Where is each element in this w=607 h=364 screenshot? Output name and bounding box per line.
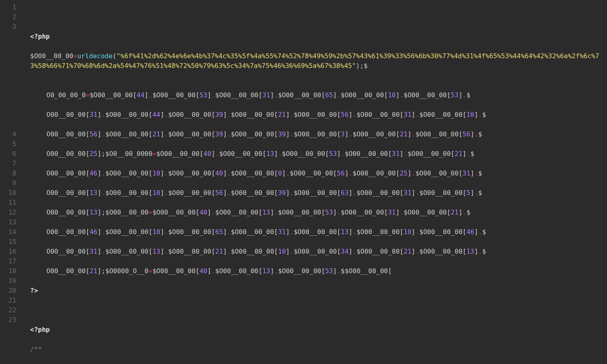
variable: $O00__00_00 — [156, 150, 200, 158]
code-line-wrap[interactable]: O00__00_00[46].$O00__00_00[10].$O00__00_… — [30, 227, 607, 237]
line-number-gutter: 1 2 3 4 5 6 7 8 9 10 11 12 13 14 15 16 1… — [0, 2, 24, 364]
code-line[interactable]: /** — [30, 344, 607, 354]
variable: $O00__00_00[ — [345, 267, 392, 275]
code-line-wrap[interactable]: O00__00_00[25];$O0__00_0000=$O00__00_00[… — [30, 149, 607, 159]
semicolon: ; — [101, 208, 106, 216]
line-number: 17 — [0, 257, 16, 266]
variable: O00__00_00 — [46, 189, 86, 197]
line-number: 20 — [0, 286, 16, 296]
variable: O00__00_00 — [46, 248, 86, 255]
line-number: 22 — [0, 305, 16, 315]
php-close-tag: ?> — [30, 287, 38, 294]
paren-close: ) — [356, 62, 360, 70]
doc-comment: /** — [30, 345, 42, 353]
idx-chain: [13].$O00__00_00[10].$O00__00_00[56].$O0… — [86, 189, 482, 197]
php-open-tag: <?php — [30, 33, 50, 40]
line-number: 14 — [0, 227, 16, 237]
line-number: 9 — [0, 178, 16, 188]
variable: $O00__00_00 — [152, 267, 196, 275]
idx-chain: [46].$O00__00_00[10].$O00__00_00[65].$O0… — [86, 228, 486, 236]
line-number: 7 — [0, 159, 16, 169]
code-line[interactable]: $O00__00_00=urldecode("%6f%41%2d%62%4e%6… — [30, 51, 607, 71]
code-line[interactable]: <?php — [30, 325, 607, 335]
variable: $O00__00_00 — [106, 208, 149, 216]
variable: O00__00_00 — [46, 208, 86, 216]
code-line-wrap[interactable]: O00__00_00[56].$O00__00_00[21].$O00__00_… — [30, 129, 607, 139]
line-number-wrap-spacer — [0, 32, 16, 129]
code-line-wrap[interactable]: O00__00_00[31].$O00__00_00[13].$O00__00_… — [30, 247, 607, 257]
variable: $O00__00_00 — [30, 52, 73, 60]
line-number: 19 — [0, 276, 16, 286]
line-number: 13 — [0, 217, 16, 227]
code-area[interactable]: <?php $O00__00_00=urldecode("%6f%41%2d%6… — [24, 2, 607, 364]
idx-chain: [25] — [86, 150, 101, 158]
variable: O00__00_00 — [46, 267, 86, 275]
idx-chain: [44].$O00__00_00[53].$O00__00_00[31].$O0… — [133, 91, 471, 99]
assign-op: = — [86, 91, 90, 99]
line-number: 11 — [0, 198, 16, 208]
idx-chain: [13] — [86, 208, 101, 216]
idx-chain: [40].$O00__00_00[13].$O00__00_00[53].$O0… — [196, 208, 470, 216]
variable: $O00__00_00 — [152, 208, 196, 216]
code-editor: 1 2 3 4 5 6 7 8 9 10 11 12 13 14 15 16 1… — [0, 0, 607, 364]
line-number: 1 — [0, 2, 16, 12]
variable: O0_00_00_0 — [46, 91, 86, 99]
line-number: 18 — [0, 266, 16, 276]
line-number: 3 — [0, 22, 16, 32]
semicolon: ; — [101, 150, 106, 158]
assign-op: = — [148, 208, 152, 216]
code-line[interactable] — [30, 305, 607, 315]
semicolon: ; — [360, 62, 364, 70]
code-line[interactable]: <?php — [30, 32, 607, 42]
variable: O00__00_00 — [46, 111, 86, 118]
idx-chain: [31].$O00__00_00[44].$O00__00_00[39].$O0… — [86, 111, 486, 118]
line-number: 10 — [0, 188, 16, 198]
code-line-wrap[interactable]: O00__00_00[13].$O00__00_00[10].$O00__00_… — [30, 188, 607, 198]
variable: $O0000_O__0 — [106, 267, 149, 275]
line-number: 15 — [0, 237, 16, 247]
code-line[interactable]: ?> — [30, 286, 607, 296]
line-number: 23 — [0, 315, 16, 325]
variable: O00__00_00 — [46, 228, 86, 236]
code-line-wrap[interactable]: O0_00_00_0=$O00__00_00[44].$O00__00_00[5… — [30, 90, 607, 100]
function-call: urldecode — [77, 52, 113, 60]
variable: O00__00_00 — [46, 130, 86, 138]
idx-chain: [31].$O00__00_00[13].$O00__00_00[21].$O0… — [86, 248, 486, 255]
line-number: 8 — [0, 169, 16, 178]
idx-chain: [40].$O00__00_00[13].$O00__00_00[53].$ — [196, 267, 345, 275]
variable-cont: $ — [364, 62, 368, 70]
idx-chain: [56].$O00__00_00[21].$O00__00_00[39].$O0… — [86, 130, 482, 138]
code-line[interactable] — [30, 12, 607, 22]
assign-op: = — [73, 52, 77, 60]
paren-open: ( — [112, 52, 117, 60]
code-line-wrap[interactable]: O00__00_00[13];$O00__00_00=$O00__00_00[4… — [30, 208, 607, 217]
line-number: 12 — [0, 208, 16, 217]
line-number: 2 — [0, 12, 16, 22]
line-number: 16 — [0, 247, 16, 257]
code-line-wrap[interactable]: O00__00_00[21];$O0000_O__0=$O00__00_00[4… — [30, 266, 607, 276]
semicolon: ; — [101, 267, 106, 275]
idx-chain: [21] — [86, 267, 101, 275]
line-number: 6 — [0, 149, 16, 159]
line-number: 21 — [0, 296, 16, 305]
line-number: 4 — [0, 129, 16, 139]
idx-chain: [40].$O00__00_00[13].$O00__00_00[53].$O0… — [200, 150, 474, 158]
variable: O00__00_00 — [46, 150, 86, 158]
line-number: 5 — [0, 139, 16, 149]
variable: $O0__00_0000 — [106, 150, 153, 158]
assign-op: = — [152, 150, 156, 158]
variable: O00__00_00 — [46, 169, 86, 177]
assign-op: = — [148, 267, 152, 275]
code-line-wrap[interactable]: O00__00_00[31].$O00__00_00[44].$O00__00_… — [30, 110, 607, 120]
idx-chain: [46].$O00__00_00[10].$O00__00_00[40].$O0… — [86, 169, 482, 177]
code-line-wrap[interactable]: O00__00_00[46].$O00__00_00[10].$O00__00_… — [30, 169, 607, 178]
php-open-tag: <?php — [30, 326, 50, 333]
variable: $O00__00_00 — [90, 91, 133, 99]
